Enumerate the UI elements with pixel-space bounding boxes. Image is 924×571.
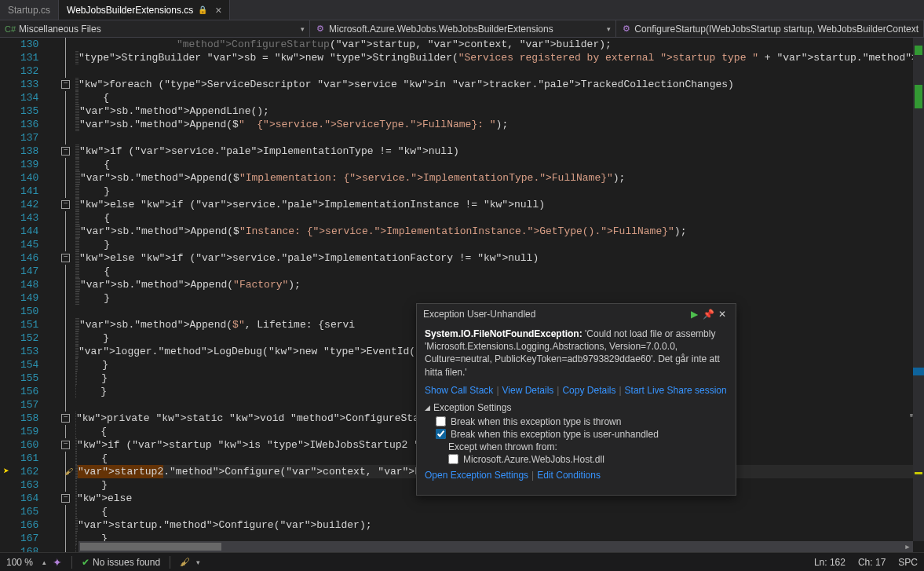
zoom-level[interactable]: 100 %	[6, 557, 33, 568]
scroll-right-icon[interactable]: ▶	[902, 541, 913, 552]
tab-label: WebJobsBuilderExtensions.cs	[67, 5, 193, 16]
scrollbar-thumb[interactable]	[80, 543, 221, 551]
nav-member[interactable]: ⚙ ConfigureStartup(IWebJobsStartup start…	[616, 20, 924, 37]
method-icon: ⚙	[315, 24, 326, 35]
check-icon: ✔	[82, 557, 89, 568]
except-module-checkbox[interactable]: Microsoft.Azure.WebJobs.Host.dll	[448, 454, 728, 465]
break-thrown-checkbox[interactable]: Break when this exception type is thrown	[436, 416, 728, 427]
csharp-icon: C#	[5, 24, 16, 35]
close-icon[interactable]: ×	[215, 4, 221, 16]
error-status[interactable]: ✔ No issues found	[82, 557, 160, 568]
exception-message: System.IO.FileNotFoundException: 'Could …	[425, 328, 728, 379]
intellicode-icon[interactable]: ✦	[53, 556, 62, 569]
exception-helper-popup: Exception User-Unhandled ▶ 📌 ✕ System.IO…	[416, 303, 736, 496]
status-bar: 100 % ▴ ✦ ✔ No issues found 🖌 ▾ Ln: 162 …	[0, 552, 924, 571]
tab-label: Startup.cs	[8, 5, 50, 16]
edit-conditions-link[interactable]: Edit Conditions	[537, 470, 601, 481]
expand-icon: ◢	[425, 404, 430, 412]
pin-icon[interactable]: 📌	[701, 309, 715, 320]
exception-title: Exception User-Unhandled	[423, 309, 687, 320]
cleanup-icon[interactable]: 🖌	[180, 556, 190, 568]
nav-type[interactable]: ⚙ Microsoft.Azure.WebJobs.WebJobsBuilder…	[310, 20, 616, 37]
code-editor[interactable]: ➤ 13013113213313413513613713813914014114…	[0, 38, 924, 552]
vertical-scrollbar[interactable]	[913, 38, 924, 541]
break-user-unhandled-checkbox[interactable]: Break when this exception type is user-u…	[436, 429, 728, 440]
copy-details-link[interactable]: Copy Details	[562, 385, 615, 396]
close-icon[interactable]: ✕	[715, 309, 729, 320]
issues-label: No issues found	[93, 557, 160, 568]
nav-member-label: ConfigureStartup(IWebJobsStartup startup…	[634, 24, 919, 35]
start-live-share-link[interactable]: Start Live Share session	[625, 385, 727, 396]
nav-scope-label: Miscellaneous Files	[19, 24, 101, 35]
nav-scope[interactable]: C# Miscellaneous Files ▾	[0, 20, 310, 37]
zoom-chevron-icon[interactable]: ▴	[42, 558, 46, 566]
exception-title-bar: Exception User-Unhandled ▶ 📌 ✕	[417, 304, 736, 324]
continue-icon[interactable]: ▶	[687, 309, 701, 320]
method-icon: ⚙	[621, 24, 631, 35]
view-details-link[interactable]: View Details	[502, 385, 554, 396]
exception-settings-links: Open Exception Settings|Edit Conditions	[425, 470, 728, 481]
navigation-bar: C# Miscellaneous Files ▾ ⚙ Microsoft.Azu…	[0, 20, 924, 38]
line-number-gutter: 1301311321331341351361371381391401411421…	[20, 38, 60, 552]
nav-type-label: Microsoft.Azure.WebJobs.WebJobsBuilderEx…	[329, 24, 553, 35]
open-exception-settings-link[interactable]: Open Exception Settings	[425, 470, 528, 481]
tab-startup-cs[interactable]: Startup.cs	[0, 0, 59, 20]
lock-icon: 🔒	[198, 5, 207, 14]
show-call-stack-link[interactable]: Show Call Stack	[425, 385, 493, 396]
document-tabs: Startup.cs WebJobsBuilderExtensions.cs 🔒…	[0, 0, 924, 20]
char-indicator[interactable]: Ch: 17	[858, 557, 886, 568]
chevron-down-icon[interactable]: ▾	[301, 25, 305, 33]
tab-webjobsbuilderextensions[interactable]: WebJobsBuilderExtensions.cs 🔒 ×	[59, 0, 230, 20]
exception-settings-header[interactable]: ◢ Exception Settings	[425, 402, 728, 413]
chevron-down-icon[interactable]: ▾	[607, 25, 611, 33]
spaces-indicator[interactable]: SPC	[898, 557, 918, 568]
horizontal-scrollbar[interactable]: ◀ ▶	[79, 541, 913, 552]
exception-actions: Show Call Stack|View Details|Copy Detail…	[425, 385, 728, 396]
line-indicator[interactable]: Ln: 162	[814, 557, 845, 568]
except-when-label: Except when thrown from:	[448, 441, 728, 452]
